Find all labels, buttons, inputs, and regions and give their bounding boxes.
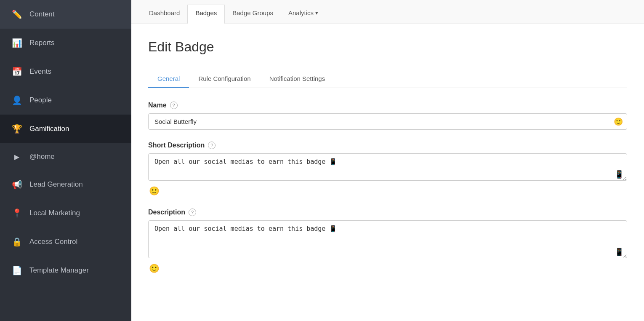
- sidebar-item-access-control[interactable]: 🔒 Access Control: [0, 227, 131, 256]
- document-icon: 📄: [12, 265, 22, 276]
- name-input-wrapper: 🙂: [148, 113, 627, 130]
- sub-tabs: General Rule Configuration Notification …: [148, 70, 627, 88]
- top-nav: Dashboard Badges Badge Groups Analytics …: [131, 0, 644, 24]
- pin-icon: 📍: [12, 208, 22, 218]
- main-content: Dashboard Badges Badge Groups Analytics …: [131, 0, 644, 321]
- play-icon: ▶: [12, 153, 22, 161]
- short-description-help-icon[interactable]: ?: [208, 142, 216, 149]
- sidebar-item-gamification[interactable]: 🏆 Gamification: [0, 115, 131, 143]
- sidebar-item-label: Events: [29, 67, 51, 76]
- sidebar-item-label: Local Marketing: [29, 209, 80, 217]
- name-label: Name ?: [148, 102, 627, 109]
- description-input[interactable]: Open all our social medias to earn this …: [148, 220, 627, 258]
- sidebar-item-people[interactable]: 👤 People: [0, 86, 131, 115]
- megaphone-icon: 📢: [12, 179, 22, 190]
- name-input[interactable]: [148, 113, 627, 130]
- sidebar-item-label: People: [29, 96, 52, 104]
- sidebar-item-label: Template Manager: [29, 266, 89, 275]
- short-description-field-group: Short Description ? Open all our social …: [148, 142, 627, 197]
- bar-chart-icon: 📊: [12, 38, 22, 48]
- sub-tab-general[interactable]: General: [148, 70, 189, 88]
- short-description-emoji-standalone[interactable]: 🙂: [148, 185, 160, 197]
- sidebar-item-events[interactable]: 📅 Events: [0, 57, 131, 86]
- person-icon: 👤: [12, 95, 22, 105]
- page-title: Edit Badge: [148, 39, 627, 55]
- short-description-textarea-wrapper: Open all our social medias to earn this …: [148, 153, 627, 182]
- sidebar-item-label: Lead Generation: [29, 180, 83, 189]
- sidebar-item-label: @home: [29, 152, 55, 161]
- sidebar-item-home[interactable]: ▶ @home: [0, 143, 131, 170]
- description-textarea-wrapper: Open all our social medias to earn this …: [148, 220, 627, 260]
- tab-analytics[interactable]: Analytics ▾: [281, 3, 326, 24]
- sidebar-item-label: Content: [29, 10, 55, 19]
- name-field-group: Name ? 🙂: [148, 102, 627, 130]
- sidebar-item-label: Gamification: [29, 125, 69, 133]
- sidebar-item-template-manager[interactable]: 📄 Template Manager: [0, 256, 131, 285]
- chevron-down-icon: ▾: [315, 10, 318, 16]
- tab-badge-groups[interactable]: Badge Groups: [225, 3, 281, 24]
- sidebar-item-reports[interactable]: 📊 Reports: [0, 29, 131, 57]
- name-help-icon[interactable]: ?: [170, 102, 178, 109]
- sidebar-item-label: Access Control: [29, 238, 77, 246]
- sidebar-item-local-marketing[interactable]: 📍 Local Marketing: [0, 199, 131, 227]
- content-area: Edit Badge General Rule Configuration No…: [131, 24, 644, 321]
- lock-icon: 🔒: [12, 237, 22, 247]
- description-field-group: Description ? Open all our social medias…: [148, 209, 627, 274]
- sub-tab-notification-settings[interactable]: Notification Settings: [260, 70, 335, 88]
- pencil-icon: ✏️: [12, 9, 22, 19]
- trophy-icon: 🏆: [12, 124, 22, 134]
- analytics-label: Analytics: [288, 9, 314, 16]
- sidebar-item-label: Reports: [29, 39, 55, 47]
- tab-dashboard[interactable]: Dashboard: [141, 3, 187, 24]
- description-emoji-button[interactable]: 📱: [615, 247, 624, 257]
- description-label: Description ?: [148, 209, 627, 216]
- description-help-icon[interactable]: ?: [189, 209, 196, 216]
- short-description-input[interactable]: Open all our social medias to earn this …: [148, 153, 627, 181]
- name-emoji-button[interactable]: 🙂: [614, 117, 623, 126]
- sub-tab-rule-configuration[interactable]: Rule Configuration: [189, 70, 260, 88]
- short-description-label: Short Description ?: [148, 142, 627, 149]
- short-description-emoji-button[interactable]: 📱: [615, 170, 624, 179]
- sidebar-item-content[interactable]: ✏️ Content: [0, 0, 131, 29]
- sidebar-item-lead-generation[interactable]: 📢 Lead Generation: [0, 170, 131, 199]
- description-emoji-standalone[interactable]: 🙂: [148, 262, 160, 274]
- sidebar: ✏️ Content 📊 Reports 📅 Events 👤 People 🏆…: [0, 0, 131, 321]
- tab-badges[interactable]: Badges: [187, 5, 225, 24]
- calendar-icon: 📅: [12, 67, 22, 77]
